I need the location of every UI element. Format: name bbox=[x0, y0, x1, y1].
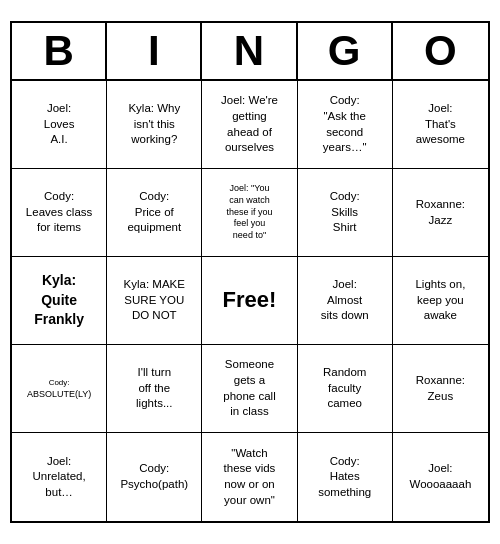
bingo-cell-r1c4: Cody:"Ask thesecondyears…" bbox=[298, 81, 393, 169]
bingo-cell-r1c3: Joel: We'regettingahead ofourselves bbox=[202, 81, 297, 169]
bingo-cell-r5c3: "Watchthese vidsnow or onyour own" bbox=[202, 433, 297, 521]
bingo-cell-r1c1: Joel:LovesA.I. bbox=[12, 81, 107, 169]
bingo-cell-r3c4: Joel:Almostsits down bbox=[298, 257, 393, 345]
bingo-cell-r1c5: Joel:That'sawesome bbox=[393, 81, 488, 169]
bingo-cell-r4c3: Someonegets aphone callin class bbox=[202, 345, 297, 433]
bingo-cell-r2c3: Joel: "Youcan watchthese if youfeel youn… bbox=[202, 169, 297, 257]
bingo-cell-r2c1: Cody:Leaves classfor items bbox=[12, 169, 107, 257]
bingo-cell-r4c2: I'll turnoff thelights... bbox=[107, 345, 202, 433]
bingo-cell-r3c3: Free! bbox=[202, 257, 297, 345]
bingo-cell-r3c1: Kyla:QuiteFrankly bbox=[12, 257, 107, 345]
bingo-grid: Joel:LovesA.I.Kyla: Whyisn't thisworking… bbox=[12, 81, 488, 521]
bingo-card: BINGO Joel:LovesA.I.Kyla: Whyisn't thisw… bbox=[10, 21, 490, 523]
header-letter-g: G bbox=[298, 23, 393, 79]
bingo-cell-r2c4: Cody:SkillsShirt bbox=[298, 169, 393, 257]
bingo-cell-r4c4: Randomfacultycameo bbox=[298, 345, 393, 433]
header-letter-n: N bbox=[202, 23, 297, 79]
bingo-cell-r5c5: Joel:Woooaaaah bbox=[393, 433, 488, 521]
header-letter-b: B bbox=[12, 23, 107, 79]
bingo-cell-r3c5: Lights on,keep youawake bbox=[393, 257, 488, 345]
bingo-cell-r4c1: Cody:ABSOLUTE(LY) bbox=[12, 345, 107, 433]
bingo-cell-r3c2: Kyla: MAKESURE YOUDO NOT bbox=[107, 257, 202, 345]
bingo-cell-r5c4: Cody:Hatessomething bbox=[298, 433, 393, 521]
bingo-cell-r1c2: Kyla: Whyisn't thisworking? bbox=[107, 81, 202, 169]
bingo-cell-r2c5: Roxanne:Jazz bbox=[393, 169, 488, 257]
header-letter-o: O bbox=[393, 23, 488, 79]
bingo-cell-r2c2: Cody:Price ofequipment bbox=[107, 169, 202, 257]
bingo-cell-r5c1: Joel:Unrelated,but… bbox=[12, 433, 107, 521]
bingo-cell-r4c5: Roxanne:Zeus bbox=[393, 345, 488, 433]
bingo-cell-r5c2: Cody:Psycho(path) bbox=[107, 433, 202, 521]
bingo-header: BINGO bbox=[12, 23, 488, 81]
header-letter-i: I bbox=[107, 23, 202, 79]
